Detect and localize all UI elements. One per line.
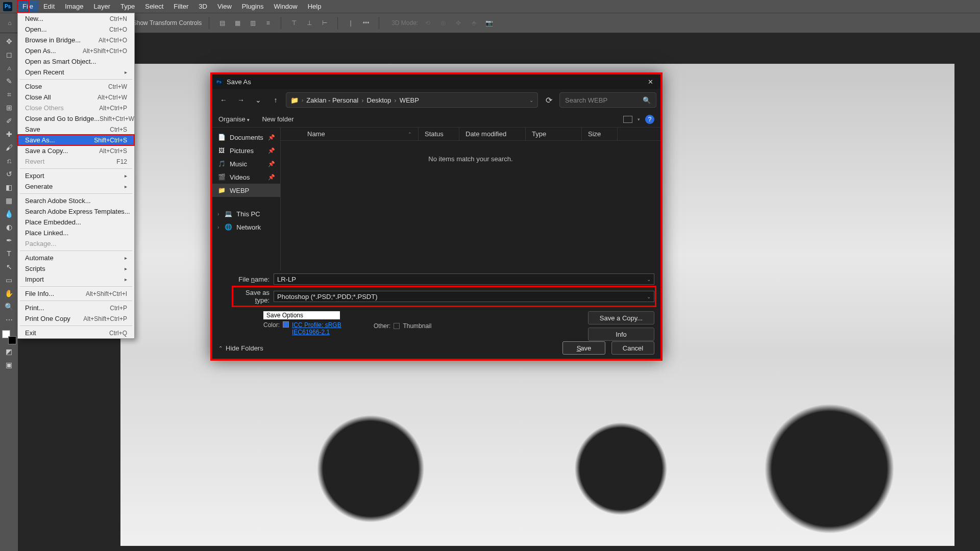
hide-folders-toggle[interactable]: ⌃ Hide Folders	[218, 344, 263, 352]
icc-checkbox[interactable]	[283, 321, 289, 328]
align-right-icon[interactable]: ▥	[247, 17, 258, 29]
sidebar-videos[interactable]: 🎬Videos📌	[212, 170, 280, 184]
history-brush-icon[interactable]: ↺	[2, 168, 16, 180]
cancel-button[interactable]: Cancel	[611, 341, 654, 355]
info-button[interactable]: Info	[588, 328, 654, 341]
menu-view[interactable]: View	[212, 1, 237, 12]
brush-tool-icon[interactable]: 🖌	[2, 141, 16, 154]
wand-tool-icon[interactable]: ✎	[2, 75, 16, 87]
menu-filter[interactable]: Filter	[168, 1, 193, 12]
crumb-2[interactable]: WEBP	[400, 96, 419, 104]
file-menu-search-adobe-stock[interactable]: Search Adobe Stock...	[18, 195, 134, 206]
menu-file[interactable]: File	[17, 1, 38, 12]
move-tool-icon[interactable]: ✥	[2, 35, 16, 47]
menu-edit[interactable]: Edit	[38, 1, 60, 12]
view-dropdown-icon[interactable]: ▾	[638, 117, 640, 122]
crumb-0[interactable]: Zaklan - Personal	[306, 96, 358, 104]
icc-profile-link[interactable]: ICC Profile: sRGB IEC61966-2.1	[292, 321, 358, 336]
eyedropper-tool-icon[interactable]: ✐	[2, 115, 16, 127]
align-center-v-icon[interactable]: ⊥	[304, 17, 315, 29]
marquee-tool-icon[interactable]: ◻	[2, 48, 16, 61]
file-menu-file-info[interactable]: File Info...Alt+Shift+Ctrl+I	[18, 288, 134, 299]
file-menu-browse-in-bridge[interactable]: Browse in Bridge...Alt+Ctrl+O	[18, 35, 134, 45]
distribute-icon[interactable]: ≡	[262, 17, 274, 29]
file-menu-save-a-copy[interactable]: Save a Copy...Alt+Ctrl+S	[18, 145, 134, 156]
filename-input[interactable]: LR-LP⌄	[274, 273, 654, 285]
menu-help[interactable]: Help	[303, 1, 327, 12]
col-size[interactable]: Size	[582, 128, 618, 140]
menu-plugins[interactable]: Plugins	[237, 1, 269, 12]
file-menu-import[interactable]: Import	[18, 274, 134, 285]
home-icon[interactable]: ⌂	[4, 17, 15, 29]
align-left-icon[interactable]: ▤	[216, 17, 228, 29]
forward-button[interactable]: →	[234, 93, 248, 107]
save-copy-button[interactable]: Save a Copy...	[588, 311, 654, 324]
file-menu-open[interactable]: Open...Ctrl+O	[18, 24, 134, 35]
align-bottom-icon[interactable]: ⊢	[319, 17, 330, 29]
blur-tool-icon[interactable]: 💧	[2, 208, 16, 220]
color-swatch[interactable]	[2, 330, 16, 344]
align-edge-icon[interactable]: |	[345, 17, 356, 29]
file-menu-print-one-copy[interactable]: Print One CopyAlt+Shift+Ctrl+P	[18, 313, 134, 324]
organise-button[interactable]: Organise ▾	[218, 115, 250, 123]
heal-tool-icon[interactable]: ✚	[2, 128, 16, 140]
sidebar-documents[interactable]: 📄Documents📌	[212, 131, 280, 144]
shape-tool-icon[interactable]: ▭	[2, 274, 16, 286]
menu-select[interactable]: Select	[140, 1, 168, 12]
zoom-tool-icon[interactable]: 🔍	[2, 300, 16, 313]
crumb-1[interactable]: Desktop	[367, 96, 391, 104]
quick-mask-icon[interactable]: ◩	[2, 345, 16, 358]
crop-tool-icon[interactable]: ⌗	[2, 88, 16, 101]
file-menu-generate[interactable]: Generate	[18, 181, 134, 192]
file-menu-new[interactable]: New...Ctrl+N	[18, 13, 134, 24]
file-menu-save-as[interactable]: Save As...Shift+Ctrl+S	[18, 135, 134, 145]
sidebar-webp[interactable]: 📁WEBP	[212, 184, 280, 197]
menu-layer[interactable]: Layer	[89, 1, 116, 12]
menu-image[interactable]: Image	[60, 1, 88, 12]
col-type[interactable]: Type	[526, 128, 582, 140]
edit-toolbar-icon[interactable]: ⋯	[2, 314, 16, 326]
file-menu-export[interactable]: Export	[18, 170, 134, 181]
help-button[interactable]: ?	[645, 115, 654, 124]
gradient-tool-icon[interactable]: ▦	[2, 194, 16, 207]
eraser-tool-icon[interactable]: ◧	[2, 181, 16, 193]
recent-button[interactable]: ⌄	[251, 93, 265, 107]
dodge-tool-icon[interactable]: ◐	[2, 221, 16, 233]
pen-tool-icon[interactable]: ✒	[2, 234, 16, 246]
col-status[interactable]: Status	[419, 128, 459, 140]
frame-tool-icon[interactable]: ⊞	[2, 102, 16, 114]
sidebar-music[interactable]: 🎵Music📌	[212, 157, 280, 170]
file-menu-print[interactable]: Print...Ctrl+P	[18, 303, 134, 313]
save-button[interactable]: Save	[562, 341, 605, 355]
file-menu-close-all[interactable]: Close AllAlt+Ctrl+W	[18, 92, 134, 103]
menu-3d[interactable]: 3D	[193, 1, 212, 12]
file-menu-automate[interactable]: Automate	[18, 253, 134, 263]
file-menu-search-adobe-express-templates[interactable]: Search Adobe Express Templates...	[18, 206, 134, 217]
refresh-button[interactable]: ⟳	[541, 95, 556, 105]
up-button[interactable]: ↑	[268, 93, 283, 107]
search-input[interactable]: Search WEBP 🔍	[559, 92, 656, 108]
hand-tool-icon[interactable]: ✋	[2, 287, 16, 299]
thumbnail-checkbox[interactable]	[394, 323, 400, 329]
screen-mode-icon[interactable]: ▣	[2, 359, 16, 371]
file-menu-close[interactable]: CloseCtrl+W	[18, 81, 134, 92]
back-button[interactable]: ←	[216, 93, 231, 107]
menu-window[interactable]: Window	[268, 1, 302, 12]
menu-type[interactable]: Type	[115, 1, 140, 12]
col-name[interactable]: Name⌃	[301, 128, 419, 140]
stamp-tool-icon[interactable]: ⎌	[2, 155, 16, 167]
path-tool-icon[interactable]: ↖	[2, 261, 16, 273]
new-folder-button[interactable]: New folder	[262, 115, 293, 123]
more-icon[interactable]: •••	[360, 17, 372, 29]
view-mode-button[interactable]	[623, 116, 632, 123]
file-menu-open-as-smart-object[interactable]: Open as Smart Object...	[18, 56, 134, 67]
file-menu-scripts[interactable]: Scripts	[18, 263, 134, 274]
file-menu-open-as[interactable]: Open As...Alt+Shift+Ctrl+O	[18, 45, 134, 56]
file-menu-place-embedded[interactable]: Place Embedded...	[18, 217, 134, 228]
filetype-dropdown[interactable]: Photoshop (*.PSD;*.PDD;*.PSDT)⌄	[274, 291, 654, 302]
breadcrumb-dropdown-icon[interactable]: ⌄	[529, 97, 533, 103]
col-modified[interactable]: Date modified	[459, 128, 526, 140]
align-center-h-icon[interactable]: ▦	[232, 17, 243, 29]
align-top-icon[interactable]: ⊤	[288, 17, 300, 29]
sidebar-pictures[interactable]: 🖼Pictures📌	[212, 144, 280, 157]
